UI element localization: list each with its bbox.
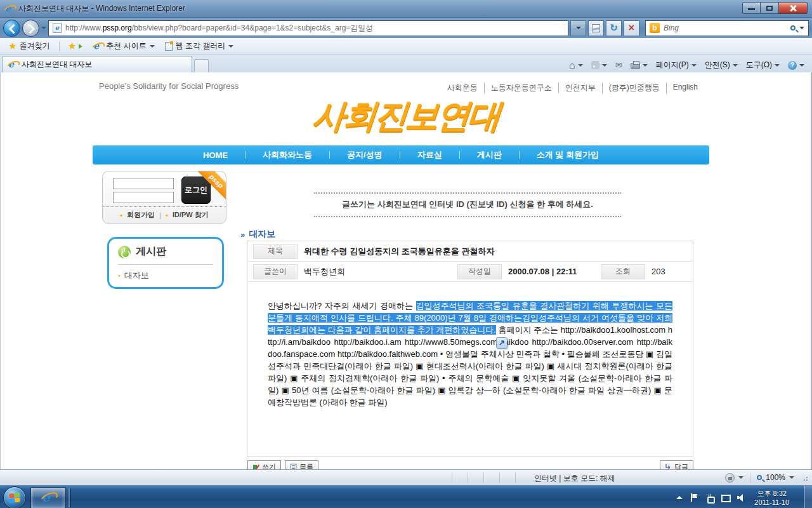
chevron-down-icon [228,45,233,48]
resize-grip[interactable] [801,474,808,481]
suggested-sites-button[interactable]: e 추천 사이트 [89,39,158,53]
action-center-flag-icon[interactable] [690,493,698,502]
top-link-social-movement[interactable]: 사회운동 [441,83,484,93]
home-icon: ⌂ [569,60,575,70]
list-button[interactable]: 목록 [285,460,318,469]
search-dropdown-icon[interactable] [799,27,804,29]
ie-logo-icon: e [4,4,15,13]
taskbar: e 오후 8:32 2011-11-10 [0,485,812,508]
add-favorite-arrow-icon [79,44,82,49]
top-link-labor-institute[interactable]: 노동자운동연구소 [484,83,558,93]
post-author: 백두청년회 [304,266,451,277]
search-icon[interactable] [790,25,796,30]
print-button[interactable] [627,59,651,71]
board-menu-box: 게시판 • 대자보 [107,237,224,289]
address-dropdown-button[interactable] [570,20,586,36]
network-icon[interactable] [721,494,730,502]
chevron-down-icon[interactable] [738,476,743,479]
tools-menu-button[interactable]: 도구(O) [743,58,783,72]
nav-board[interactable]: 게시판 [460,149,519,161]
feeds-button[interactable] [588,59,610,71]
start-button[interactable] [3,486,26,508]
title-label: 제목 [253,244,298,259]
zoom-level[interactable]: 100% [766,473,785,482]
chevron-down-icon [578,64,583,67]
refresh-button[interactable]: ↻ [606,20,622,36]
accelerator-button[interactable] [496,337,508,349]
write-button[interactable]: 쓰기 [247,460,281,469]
recent-pages-dropdown-icon[interactable] [41,27,46,29]
favorites-button[interactable]: ★ 즐겨찾기 [5,39,54,53]
zoom-dropdown-icon[interactable] [789,476,794,479]
tray-expand-icon[interactable] [676,496,683,499]
page-menu-button[interactable]: 페이지(P) [653,58,700,72]
section-arrow-icon: » [240,230,245,239]
compatibility-view-icon [592,24,600,32]
compatibility-view-button[interactable] [588,20,604,36]
close-button[interactable] [779,2,808,14]
web-slice-label: 웹 조각 갤러리 [176,41,226,51]
power-plug-icon[interactable] [706,494,714,502]
address-input[interactable]: e http://www.pssp.org/bbs/view.php?board… [48,20,568,36]
home-button[interactable]: ⌂ [566,58,586,72]
nav-archive[interactable]: 자료실 [400,149,459,161]
nav-socialization-labor[interactable]: 사회화와노동 [246,149,329,161]
tab-active[interactable]: e 사회진보연대 대자보 [2,56,192,72]
taskbar-clock[interactable]: 오후 8:32 2011-11-10 [754,489,789,507]
show-desktop-button[interactable] [804,486,812,508]
add-to-favorites-bar-button[interactable]: ★ [65,40,87,52]
read-mail-button[interactable]: ✉ [612,59,625,71]
reply-button[interactable]: 답글 [660,460,693,469]
chevron-down-icon [775,64,780,67]
site-logo[interactable]: 사회진보연대 [0,97,812,135]
views-label: 조회 [601,264,645,279]
ie-window: e 사회진보연대 대자보 - Windows Internet Explorer… [0,0,812,508]
favorites-bar: ★ 즐겨찾기 ★ e 추천 사이트 웹 조각 갤러리 [0,38,812,55]
board-menu-item-daejabo[interactable]: • 대자보 [118,270,213,281]
ie-icon: e [41,491,55,504]
nav-about-join[interactable]: 소개 및 회원가입 [520,149,616,161]
url-text: http://www.pssp.org/bbs/view.php?board=p… [65,23,373,34]
maximize-button[interactable] [761,2,779,14]
page-menu-label: 페이지(P) [656,60,689,70]
back-button[interactable] [3,20,20,37]
forward-button[interactable] [22,20,39,37]
separator [59,41,60,51]
window-controls [742,2,808,14]
search-input[interactable]: b Bing [645,20,809,36]
board-menu-header: 게시판 [118,245,213,258]
nav-home[interactable]: HOME [186,150,245,160]
command-bar: ⌂ ✉ 페이지(P) 안전(S) 도구(O) ? [566,58,810,72]
tab-favicon-icon: e [8,60,18,69]
help-button[interactable]: ? [785,59,808,72]
write-notice: 글쓰기는 사회진보연대 인터넷 ID (진보넷 ID) 신청을 한 후에 하세요… [314,192,621,217]
stop-button[interactable]: × [624,20,639,36]
web-slice-icon [165,42,173,51]
login-id-input[interactable] [113,178,174,189]
top-link-english[interactable]: English [666,83,704,93]
divider [118,264,213,265]
web-slice-gallery-button[interactable]: 웹 조각 갤러리 [161,39,238,53]
top-link-gwangju[interactable]: (광주)민중행동 [602,83,666,93]
signup-link[interactable]: 회원가입 [127,210,155,220]
suggested-sites-label: 추천 사이트 [106,41,146,51]
login-password-input[interactable] [113,192,174,203]
minimize-icon [748,8,755,10]
status-pane-divider [499,472,500,483]
nav-notice-statement[interactable]: 공지/성명 [330,149,400,161]
new-tab-button[interactable] [194,59,209,72]
bullet-icon: • [166,211,168,219]
login-button[interactable]: 로그인 [181,177,211,204]
speaker-icon[interactable] [737,493,745,502]
protected-mode-icon[interactable] [725,473,735,483]
windows-logo-icon [10,492,20,503]
login-links: • 회원가입 | • ID/PW 찾기 [103,206,226,224]
top-link-incheon[interactable]: 인천지부 [558,83,602,93]
post-date: 2000.07.08 | 22:11 [508,267,594,276]
minimize-button[interactable] [742,2,761,14]
safety-menu-button[interactable]: 안전(S) [702,58,741,72]
zoom-magnifier-icon[interactable] [757,475,762,480]
author-label: 글쓴이 [253,264,298,279]
taskbar-ie-button[interactable]: e [30,487,66,508]
find-idpw-link[interactable]: ID/PW 찾기 [173,210,209,220]
